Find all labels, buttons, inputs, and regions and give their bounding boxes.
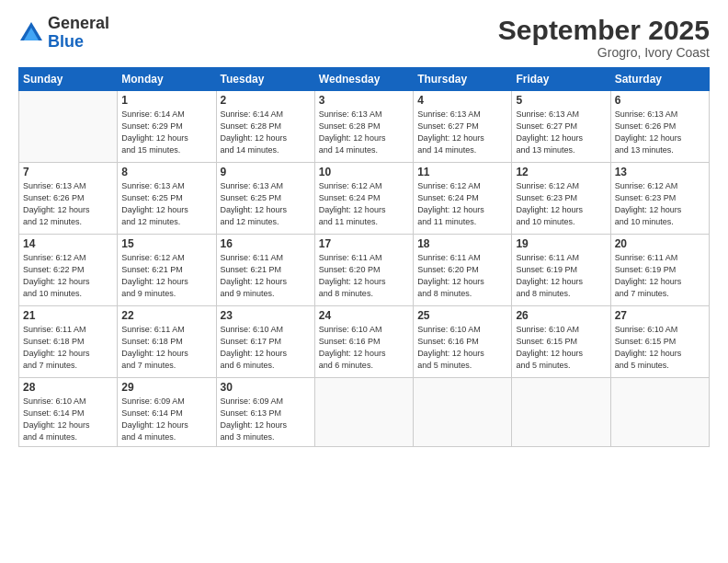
day-cell: 3Sunrise: 6:13 AMSunset: 6:28 PMDaylight… (314, 91, 413, 163)
week-row-3: 14Sunrise: 6:12 AMSunset: 6:22 PMDayligh… (19, 235, 710, 306)
logo-text: General Blue (48, 15, 109, 52)
day-info: Sunrise: 6:12 AMSunset: 6:22 PMDaylight:… (23, 252, 113, 300)
week-row-2: 7Sunrise: 6:13 AMSunset: 6:26 PMDaylight… (19, 163, 710, 235)
day-cell: 10Sunrise: 6:12 AMSunset: 6:24 PMDayligh… (314, 163, 413, 235)
day-cell: 28Sunrise: 6:10 AMSunset: 6:14 PMDayligh… (19, 378, 118, 447)
day-cell: 21Sunrise: 6:11 AMSunset: 6:18 PMDayligh… (19, 306, 118, 378)
day-info: Sunrise: 6:10 AMSunset: 6:16 PMDaylight:… (417, 324, 507, 372)
day-cell: 2Sunrise: 6:14 AMSunset: 6:28 PMDaylight… (216, 91, 314, 163)
day-cell: 6Sunrise: 6:13 AMSunset: 6:26 PMDaylight… (610, 91, 709, 163)
day-number: 1 (121, 94, 211, 107)
day-info: Sunrise: 6:11 AMSunset: 6:18 PMDaylight:… (23, 324, 113, 372)
day-info: Sunrise: 6:11 AMSunset: 6:20 PMDaylight:… (319, 252, 409, 300)
day-cell (19, 91, 118, 163)
day-info: Sunrise: 6:11 AMSunset: 6:21 PMDaylight:… (221, 252, 311, 300)
day-info: Sunrise: 6:13 AMSunset: 6:28 PMDaylight:… (319, 109, 409, 156)
day-cell: 8Sunrise: 6:13 AMSunset: 6:25 PMDaylight… (118, 163, 216, 235)
day-info: Sunrise: 6:09 AMSunset: 6:13 PMDaylight:… (221, 396, 311, 443)
day-number: 29 (121, 381, 211, 394)
day-cell: 4Sunrise: 6:13 AMSunset: 6:27 PMDaylight… (414, 91, 512, 163)
day-number: 17 (319, 237, 409, 250)
logo-general-text: General (48, 14, 109, 32)
day-cell: 24Sunrise: 6:10 AMSunset: 6:16 PMDayligh… (314, 306, 413, 378)
day-number: 3 (319, 94, 409, 107)
day-number: 9 (221, 166, 311, 178)
weekday-header-row: SundayMondayTuesdayWednesdayThursdayFrid… (19, 68, 710, 91)
week-row-4: 21Sunrise: 6:11 AMSunset: 6:18 PMDayligh… (19, 306, 710, 378)
day-info: Sunrise: 6:10 AMSunset: 6:15 PMDaylight:… (615, 324, 705, 372)
day-info: Sunrise: 6:14 AMSunset: 6:29 PMDaylight:… (121, 109, 211, 156)
location: Grogro, Ivory Coast (498, 45, 710, 60)
day-number: 2 (221, 94, 311, 107)
day-number: 18 (417, 237, 507, 250)
week-row-5: 28Sunrise: 6:10 AMSunset: 6:14 PMDayligh… (19, 378, 710, 447)
weekday-header-friday: Friday (512, 68, 610, 91)
logo-icon (18, 20, 44, 46)
day-number: 25 (417, 309, 507, 322)
day-cell: 29Sunrise: 6:09 AMSunset: 6:14 PMDayligh… (118, 378, 216, 447)
day-number: 6 (615, 94, 705, 107)
day-info: Sunrise: 6:13 AMSunset: 6:26 PMDaylight:… (615, 109, 705, 156)
day-cell: 15Sunrise: 6:12 AMSunset: 6:21 PMDayligh… (118, 235, 216, 306)
day-number: 24 (319, 309, 409, 322)
logo-blue-text: Blue (48, 32, 84, 51)
day-cell: 26Sunrise: 6:10 AMSunset: 6:15 PMDayligh… (512, 306, 610, 378)
day-info: Sunrise: 6:11 AMSunset: 6:19 PMDaylight:… (516, 252, 606, 300)
day-number: 10 (319, 166, 409, 178)
day-number: 16 (221, 237, 311, 250)
day-number: 21 (23, 309, 113, 322)
day-cell: 11Sunrise: 6:12 AMSunset: 6:24 PMDayligh… (414, 163, 512, 235)
day-cell: 1Sunrise: 6:14 AMSunset: 6:29 PMDaylight… (118, 91, 216, 163)
day-cell: 12Sunrise: 6:12 AMSunset: 6:23 PMDayligh… (512, 163, 610, 235)
day-info: Sunrise: 6:13 AMSunset: 6:27 PMDaylight:… (417, 109, 507, 156)
day-cell: 7Sunrise: 6:13 AMSunset: 6:26 PMDaylight… (19, 163, 118, 235)
day-cell (512, 378, 610, 447)
day-number: 23 (221, 309, 311, 322)
day-info: Sunrise: 6:10 AMSunset: 6:15 PMDaylight:… (516, 324, 606, 372)
header: General Blue September 2025 Grogro, Ivor… (18, 15, 710, 60)
day-number: 15 (121, 237, 211, 250)
weekday-header-saturday: Saturday (610, 68, 709, 91)
weekday-header-wednesday: Wednesday (314, 68, 413, 91)
day-info: Sunrise: 6:10 AMSunset: 6:17 PMDaylight:… (221, 324, 311, 372)
day-number: 11 (417, 166, 507, 178)
day-number: 27 (615, 309, 705, 322)
day-number: 5 (516, 94, 606, 107)
day-info: Sunrise: 6:12 AMSunset: 6:23 PMDaylight:… (516, 180, 606, 228)
day-number: 14 (23, 237, 113, 250)
day-cell: 14Sunrise: 6:12 AMSunset: 6:22 PMDayligh… (19, 235, 118, 306)
day-info: Sunrise: 6:11 AMSunset: 6:20 PMDaylight:… (417, 252, 507, 300)
day-info: Sunrise: 6:12 AMSunset: 6:23 PMDaylight:… (615, 180, 705, 228)
day-cell: 16Sunrise: 6:11 AMSunset: 6:21 PMDayligh… (216, 235, 314, 306)
day-info: Sunrise: 6:10 AMSunset: 6:16 PMDaylight:… (319, 324, 409, 372)
logo: General Blue (18, 15, 109, 52)
day-info: Sunrise: 6:14 AMSunset: 6:28 PMDaylight:… (221, 109, 311, 156)
day-number: 4 (417, 94, 507, 107)
weekday-header-tuesday: Tuesday (216, 68, 314, 91)
day-info: Sunrise: 6:10 AMSunset: 6:14 PMDaylight:… (23, 396, 113, 443)
day-cell: 25Sunrise: 6:10 AMSunset: 6:16 PMDayligh… (414, 306, 512, 378)
day-cell: 20Sunrise: 6:11 AMSunset: 6:19 PMDayligh… (610, 235, 709, 306)
day-info: Sunrise: 6:11 AMSunset: 6:18 PMDaylight:… (121, 324, 211, 372)
day-cell (414, 378, 512, 447)
day-info: Sunrise: 6:12 AMSunset: 6:24 PMDaylight:… (319, 180, 409, 228)
day-info: Sunrise: 6:11 AMSunset: 6:19 PMDaylight:… (615, 252, 705, 300)
weekday-header-monday: Monday (118, 68, 216, 91)
day-cell: 5Sunrise: 6:13 AMSunset: 6:27 PMDaylight… (512, 91, 610, 163)
weekday-header-thursday: Thursday (414, 68, 512, 91)
day-info: Sunrise: 6:12 AMSunset: 6:21 PMDaylight:… (121, 252, 211, 300)
day-number: 28 (23, 381, 113, 394)
day-cell: 19Sunrise: 6:11 AMSunset: 6:19 PMDayligh… (512, 235, 610, 306)
day-cell (314, 378, 413, 447)
day-info: Sunrise: 6:13 AMSunset: 6:25 PMDaylight:… (221, 180, 311, 228)
day-cell (610, 378, 709, 447)
day-info: Sunrise: 6:13 AMSunset: 6:25 PMDaylight:… (121, 180, 211, 228)
day-cell: 27Sunrise: 6:10 AMSunset: 6:15 PMDayligh… (610, 306, 709, 378)
day-number: 12 (516, 166, 606, 178)
day-number: 19 (516, 237, 606, 250)
day-number: 13 (615, 166, 705, 178)
day-number: 30 (221, 381, 311, 394)
title-block: September 2025 Grogro, Ivory Coast (498, 15, 710, 60)
day-cell: 30Sunrise: 6:09 AMSunset: 6:13 PMDayligh… (216, 378, 314, 447)
day-cell: 22Sunrise: 6:11 AMSunset: 6:18 PMDayligh… (118, 306, 216, 378)
